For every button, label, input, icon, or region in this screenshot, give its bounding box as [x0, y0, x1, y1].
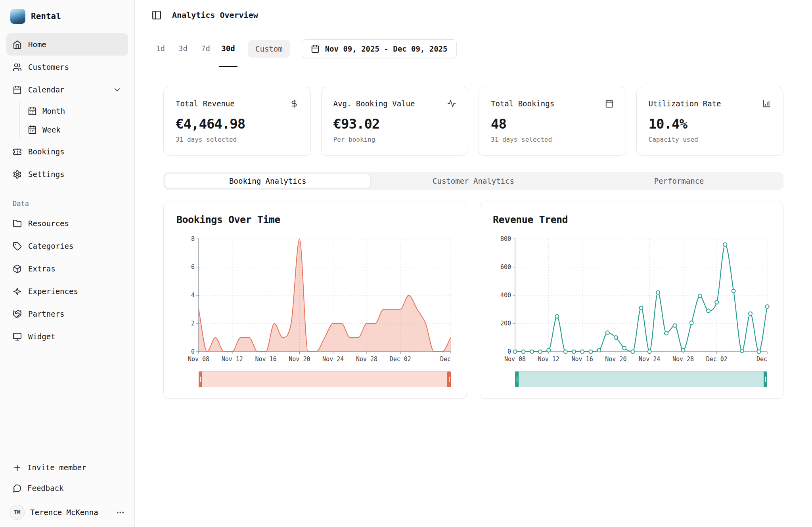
sidebar-item-week[interactable]: Week [24, 120, 128, 139]
bookings-chart-brush[interactable] [199, 371, 451, 387]
bar-chart-icon [762, 99, 771, 108]
svg-text:Nov 28: Nov 28 [672, 356, 694, 363]
sidebar-item-label: Customers [28, 63, 69, 71]
calendar-icon [13, 85, 22, 94]
users-icon [13, 63, 22, 72]
stat-subtitle: Capacity used [649, 136, 772, 143]
stat-subtitle: 31 days selected [491, 136, 614, 143]
brush-handle-left[interactable] [515, 371, 519, 387]
calendar-icon [605, 99, 614, 108]
brush-handle-right[interactable] [764, 371, 767, 387]
data-section-label: Data [13, 200, 122, 208]
sidebar-item-label: Calendar [28, 85, 65, 94]
svg-text:Nov 12: Nov 12 [222, 356, 243, 363]
stat-title: Total Bookings [491, 99, 554, 108]
sidebar-item-label: Resources [28, 219, 69, 228]
stat-value: 10.4% [649, 116, 772, 132]
content: Total Revenue €4,464.98 31 days selected… [135, 67, 812, 527]
tab-customer-analytics[interactable]: Customer Analytics [371, 174, 576, 188]
range-tab-30d[interactable]: 30d [217, 30, 239, 67]
svg-text:200: 200 [500, 320, 511, 327]
brush-handle-left[interactable] [199, 371, 202, 387]
tab-performance[interactable]: Performance [576, 174, 782, 188]
svg-text:Nov 16: Nov 16 [572, 356, 593, 363]
svg-text:Nov 24: Nov 24 [639, 356, 660, 363]
sidebar-item-customers[interactable]: Customers [6, 56, 128, 78]
stat-title: Utilization Rate [649, 99, 721, 108]
range-tab-3d[interactable]: 3d [172, 30, 194, 67]
calendar-days-icon [28, 106, 37, 115]
app-logo [10, 9, 25, 24]
stat-subtitle: Per booking [333, 136, 456, 143]
tab-booking-analytics[interactable]: Booking Analytics [165, 174, 371, 188]
sparkles-icon [13, 287, 22, 296]
user-menu[interactable]: TM Terence McKenna [6, 502, 128, 521]
home-icon [13, 40, 22, 49]
sidebar-item-categories[interactable]: Categories [6, 235, 128, 257]
svg-text:Dec 02: Dec 02 [706, 356, 728, 363]
brush-handle-right[interactable] [447, 371, 451, 387]
ellipsis-icon [116, 508, 125, 517]
invite-member-label: Invite member [27, 463, 86, 472]
sidebar-item-label: Partners [28, 310, 65, 318]
charts-grid: Bookings Over Time 02468Nov 08Nov 12Nov … [163, 202, 783, 399]
revenue-trend-chart: 0200400600800Nov 08Nov 12Nov 16Nov 20Nov… [493, 234, 770, 366]
handshake-icon [13, 310, 22, 319]
monitor-icon [13, 332, 22, 341]
svg-text:Nov 20: Nov 20 [605, 356, 626, 363]
plus-icon [13, 463, 22, 472]
dollar-icon [290, 99, 299, 108]
sidebar-item-label: Widget [28, 332, 56, 341]
sidebar-item-label: Categories [28, 242, 73, 250]
ticket-icon [13, 147, 22, 156]
svg-text:2: 2 [191, 320, 195, 327]
svg-text:Nov 08: Nov 08 [504, 356, 526, 363]
sidebar-item-partners[interactable]: Partners [6, 303, 128, 325]
sidebar-item-resources[interactable]: Resources [6, 212, 128, 235]
custom-range-button[interactable]: Custom [248, 40, 290, 58]
sidebar-item-widget[interactable]: Widget [6, 325, 128, 348]
revenue-chart-brush[interactable] [515, 371, 767, 387]
svg-text:400: 400 [500, 292, 511, 299]
sidebar: Rental Home Customers Calendar Month Wee… [0, 0, 135, 527]
sidebar-item-calendar[interactable]: Calendar [6, 79, 128, 101]
analytics-tabs: Booking Analytics Customer Analytics Per… [163, 172, 783, 190]
feedback-button[interactable]: Feedback [6, 478, 128, 498]
svg-text:Nov 16: Nov 16 [255, 356, 277, 363]
sidebar-item-extras[interactable]: Extras [6, 258, 128, 280]
range-tabs: 1d 3d 7d 30d [149, 30, 239, 67]
sidebar-item-month[interactable]: Month [24, 102, 128, 120]
top-header: Analytics Overview [135, 0, 812, 30]
svg-text:Nov 28: Nov 28 [356, 356, 377, 363]
range-tab-1d[interactable]: 1d [149, 30, 172, 67]
stat-value: €93.02 [333, 116, 456, 132]
svg-text:8: 8 [191, 235, 195, 242]
date-controls: 1d 3d 7d 30d Custom Nov 09, 2025 - Dec 0… [135, 30, 812, 67]
calendar-icon [311, 44, 320, 53]
user-menu-button[interactable] [116, 508, 125, 517]
line-series [513, 243, 769, 354]
sidebar-item-bookings[interactable]: Bookings [6, 140, 128, 163]
svg-text:Dec 08: Dec 08 [756, 356, 770, 363]
range-tab-7d[interactable]: 7d [194, 30, 217, 67]
sidebar-toggle-icon[interactable] [151, 10, 162, 20]
sidebar-item-settings[interactable]: Settings [6, 163, 128, 185]
stat-subtitle: 31 days selected [176, 136, 299, 143]
folder-icon [13, 219, 22, 228]
sidebar-spacer [6, 348, 128, 457]
message-circle-icon [13, 484, 22, 493]
sidebar-item-home[interactable]: Home [6, 33, 128, 56]
svg-text:Nov 08: Nov 08 [188, 356, 209, 363]
svg-text:0: 0 [508, 348, 511, 355]
svg-text:0: 0 [191, 348, 195, 355]
bookings-over-time-card: Bookings Over Time 02468Nov 08Nov 12Nov … [163, 202, 467, 399]
date-range-picker[interactable]: Nov 09, 2025 - Dec 09, 2025 [302, 39, 457, 58]
brand: Rental [6, 6, 128, 33]
stat-title: Avg. Booking Value [333, 99, 415, 108]
invite-member-button[interactable]: Invite member [6, 457, 128, 478]
revenue-trend-card: Revenue Trend 0200400600800Nov 08Nov 12N… [480, 202, 783, 399]
stat-value: 48 [491, 116, 614, 132]
svg-text:4: 4 [191, 292, 195, 299]
sidebar-item-experiences[interactable]: Experiences [6, 280, 128, 302]
calendar-submenu: Month Week [19, 102, 128, 139]
